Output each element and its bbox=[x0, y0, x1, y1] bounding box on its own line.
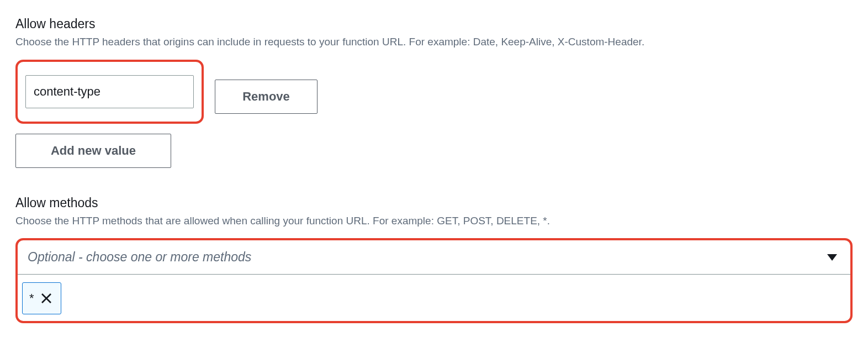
allow-headers-highlight bbox=[15, 60, 204, 124]
allow-methods-highlight: Optional - choose one or more methods * bbox=[15, 238, 853, 323]
method-chip[interactable]: * bbox=[22, 282, 61, 314]
allow-methods-select[interactable]: Optional - choose one or more methods bbox=[18, 240, 850, 275]
add-new-value-button[interactable]: Add new value bbox=[15, 134, 171, 168]
method-chip-label: * bbox=[29, 291, 34, 306]
allow-methods-title: Allow methods bbox=[15, 196, 853, 210]
close-icon[interactable] bbox=[40, 292, 53, 305]
allow-methods-section: Allow methods Choose the HTTP methods th… bbox=[15, 196, 853, 324]
allow-headers-description: Choose the HTTP headers that origins can… bbox=[15, 35, 853, 50]
allow-headers-section: Allow headers Choose the HTTP headers th… bbox=[15, 17, 853, 168]
allow-headers-input[interactable] bbox=[25, 75, 194, 108]
allow-headers-row: Remove bbox=[15, 60, 853, 134]
allow-headers-title: Allow headers bbox=[15, 17, 853, 31]
allow-methods-placeholder: Optional - choose one or more methods bbox=[28, 250, 251, 265]
remove-button[interactable]: Remove bbox=[215, 80, 317, 114]
allow-methods-description: Choose the HTTP methods that are allowed… bbox=[15, 214, 853, 229]
chevron-down-icon bbox=[827, 254, 837, 261]
allow-methods-chips: * bbox=[18, 275, 850, 321]
